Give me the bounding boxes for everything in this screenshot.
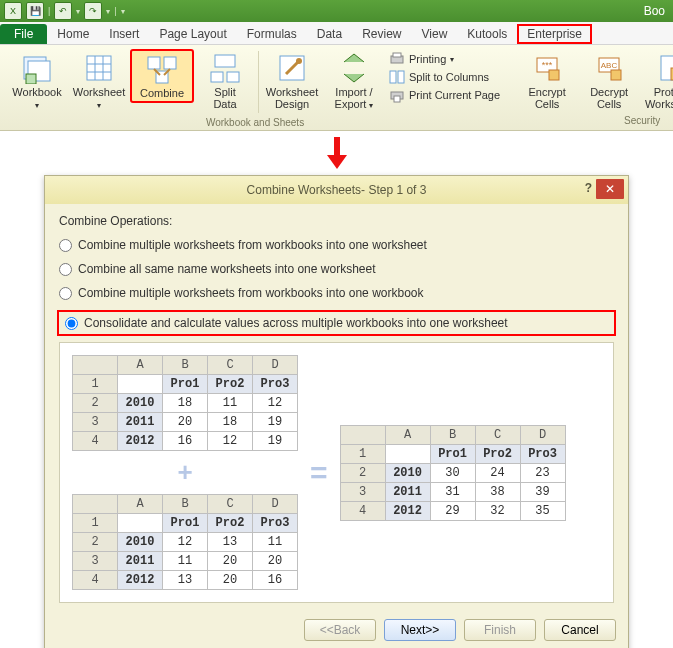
help-button[interactable]: ? (585, 181, 592, 195)
qat-customize-icon[interactable]: ▾ (121, 7, 125, 16)
next-button[interactable]: Next>> (384, 619, 456, 641)
svg-point-15 (296, 58, 302, 64)
radio-input[interactable] (59, 263, 72, 276)
save-icon[interactable]: 💾 (26, 2, 44, 20)
radio-option-3[interactable]: Consolidate and calculate values across … (57, 310, 616, 336)
printing-button[interactable]: Printing ▾ (389, 51, 500, 67)
design-icon (276, 52, 308, 84)
operations-label: Combine Operations: (59, 214, 614, 228)
split-data-button[interactable]: Split Data (194, 49, 256, 113)
protect-ws-button[interactable]: Protect Worksheet (640, 49, 673, 113)
tab-review[interactable]: Review (352, 24, 411, 44)
decrypt-icon: ABC (593, 52, 625, 84)
encrypt-icon: *** (531, 52, 563, 84)
printer-icon (389, 51, 405, 67)
svg-rect-13 (227, 72, 239, 82)
mini-sheet: ABCD1Pro1Pro2Pro322010181112320112018194… (72, 355, 298, 451)
svg-rect-3 (87, 56, 111, 80)
radio-input[interactable] (59, 239, 72, 252)
print-stack: Printing ▾ Split to Columns Print Curren… (385, 49, 504, 105)
preview-pane: ABCD1Pro1Pro2Pro322010181112320112018194… (59, 342, 614, 603)
import-export-icon (338, 52, 370, 84)
worksheet-design-button[interactable]: Worksheet Design (261, 49, 323, 113)
tab-enterprise[interactable]: Enterprise (517, 24, 592, 44)
red-arrow-icon (0, 137, 673, 171)
radio-input[interactable] (65, 317, 78, 330)
radio-option-2[interactable]: Combine multiple worksheets from workboo… (59, 286, 614, 300)
tab-kutools[interactable]: Kutools (457, 24, 517, 44)
svg-rect-9 (164, 57, 176, 69)
window-title: Boo (644, 4, 669, 18)
chevron-down-icon[interactable]: ▾ (76, 7, 80, 16)
svg-rect-27 (611, 70, 621, 80)
worksheet-button[interactable]: Worksheet▾ (68, 49, 130, 115)
finish-button[interactable]: Finish (464, 619, 536, 641)
radio-label: Combine all same name worksheets into on… (78, 262, 375, 276)
chevron-down-icon[interactable]: ▾ (106, 7, 110, 16)
svg-rect-24 (549, 70, 559, 80)
decrypt-button[interactable]: ABC Decrypt Cells (578, 49, 640, 113)
decrypt-label: Decrypt Cells (590, 86, 628, 110)
radio-label: Combine multiple worksheets from workboo… (78, 238, 427, 252)
dialog-title: Combine Worksheets- Step 1 of 3 (247, 183, 427, 197)
workbook-button[interactable]: Workbook▾ (6, 49, 68, 115)
import-export-button[interactable]: Import / Export ▾ (323, 49, 385, 115)
design-label: Worksheet Design (266, 86, 318, 110)
print-page-button[interactable]: Print Current Page (389, 87, 500, 103)
mini-sheet: ABCD1Pro1Pro2Pro322010302423320113138394… (340, 425, 566, 521)
encrypt-label: Encrypt Cells (528, 86, 565, 110)
split-columns-button[interactable]: Split to Columns (389, 69, 500, 85)
cancel-button[interactable]: Cancel (544, 619, 616, 641)
group-label: Security (624, 115, 660, 126)
tab-home[interactable]: Home (47, 24, 99, 44)
radio-label: Consolidate and calculate values across … (84, 316, 508, 330)
svg-rect-12 (211, 72, 223, 82)
workbook-label: Workbook▾ (12, 86, 61, 112)
radio-option-1[interactable]: Combine all same name worksheets into on… (59, 262, 614, 276)
svg-rect-19 (398, 71, 404, 83)
plus-icon: + (72, 457, 298, 488)
combine-dialog: Combine Worksheets- Step 1 of 3 ? ✕ Comb… (44, 175, 629, 648)
tab-insert[interactable]: Insert (99, 24, 149, 44)
tab-data[interactable]: Data (307, 24, 352, 44)
tab-file[interactable]: File (0, 24, 47, 44)
radio-label: Combine multiple worksheets from workboo… (78, 286, 424, 300)
close-button[interactable]: ✕ (596, 179, 624, 199)
combine-button[interactable]: Combine (130, 49, 194, 103)
qat-sep: | (114, 6, 116, 16)
combine-icon (146, 53, 178, 85)
svg-rect-33 (334, 137, 340, 155)
redo-icon[interactable]: ↷ (84, 2, 102, 20)
svg-rect-21 (394, 96, 400, 102)
ribbon-tabs: File HomeInsertPage LayoutFormulasDataRe… (0, 22, 673, 45)
svg-rect-8 (148, 57, 160, 69)
split-icon (209, 52, 241, 84)
tab-view[interactable]: View (412, 24, 458, 44)
worksheet-icon (83, 52, 115, 84)
dialog-buttons: <<Back Next>> Finish Cancel (45, 611, 628, 648)
mini-sheet: ABCD1Pro1Pro2Pro322010121311320111120204… (72, 494, 298, 590)
workbook-icon (21, 52, 53, 84)
group-security: *** Encrypt Cells ABC Decrypt Cells Prot… (512, 49, 673, 128)
svg-rect-2 (26, 74, 36, 84)
encrypt-button[interactable]: *** Encrypt Cells (516, 49, 578, 113)
svg-rect-11 (215, 55, 235, 67)
tab-formulas[interactable]: Formulas (237, 24, 307, 44)
quick-access-toolbar: X 💾 | ↶ ▾ ↷ ▾ | ▾ Boo (0, 0, 673, 22)
undo-icon[interactable]: ↶ (54, 2, 72, 20)
excel-icon: X (4, 2, 22, 20)
group-workbook-sheets: Workbook▾ Worksheet▾ Combine Split Data … (2, 49, 508, 128)
svg-text:ABC: ABC (601, 61, 618, 70)
impexp-label: Import / Export ▾ (335, 86, 374, 112)
radio-input[interactable] (59, 287, 72, 300)
svg-rect-18 (390, 71, 396, 83)
radio-option-0[interactable]: Combine multiple worksheets from workboo… (59, 238, 614, 252)
qat-sep: | (48, 6, 50, 16)
worksheet-label: Worksheet▾ (73, 86, 125, 112)
combine-label: Combine (140, 87, 184, 99)
equals-icon: = (310, 456, 328, 490)
print-page-icon (389, 87, 405, 103)
tab-page-layout[interactable]: Page Layout (149, 24, 236, 44)
dialog-titlebar: Combine Worksheets- Step 1 of 3 ? ✕ (45, 176, 628, 204)
back-button[interactable]: <<Back (304, 619, 376, 641)
